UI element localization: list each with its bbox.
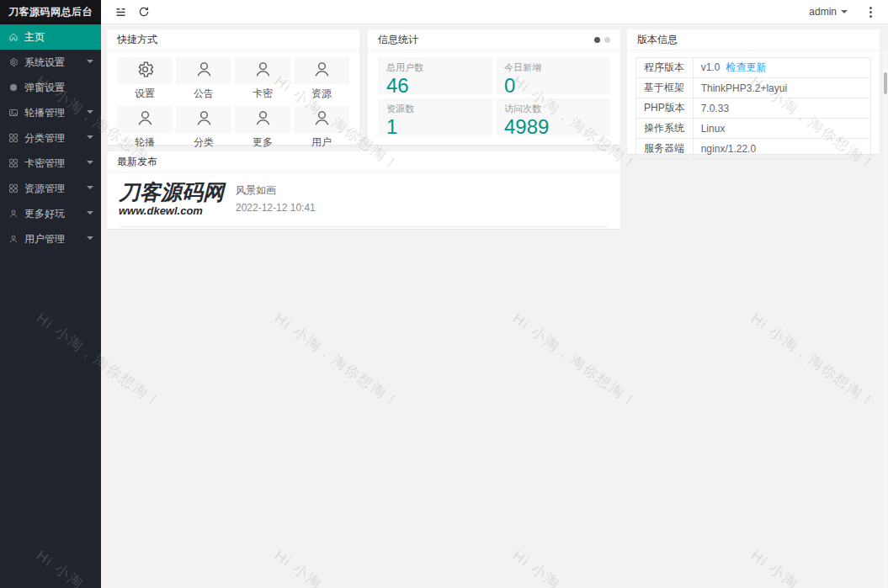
stat-total-users: 总用户数 46 — [378, 57, 492, 94]
stats-card-title: 信息统计 — [378, 29, 418, 50]
stats-grid: 总用户数 46 今日新增 0 资源数 1 访问次数 4989 — [368, 50, 620, 140]
user-icon — [194, 60, 214, 82]
home-icon — [8, 32, 19, 43]
user-icon — [312, 60, 332, 82]
gear-icon — [136, 60, 155, 82]
stat-visits: 访问次数 4989 — [496, 98, 610, 135]
sidebar-item-cardkey[interactable]: 卡密管理 — [0, 151, 101, 176]
sidebar-item-carousel[interactable]: 轮播管理 — [0, 100, 101, 125]
image-icon — [8, 108, 19, 119]
shortcut-label: 更多 — [235, 135, 290, 150]
admin-dropdown[interactable]: admin — [809, 6, 848, 18]
sidebar-item-label: 分类管理 — [24, 131, 65, 146]
version-card-title: 版本信息 — [627, 29, 880, 50]
carousel-dot-active[interactable] — [594, 37, 600, 43]
shortcut-announcement[interactable]: 公告 — [176, 57, 231, 101]
collapse-sidebar-icon[interactable] — [114, 5, 127, 19]
refresh-icon[interactable] — [137, 5, 151, 19]
shortcut-label: 用户 — [294, 135, 349, 150]
check-update-link[interactable]: 检查更新 — [726, 61, 766, 73]
shortcut-label: 设置 — [117, 87, 173, 101]
stat-new-today: 今日新增 0 — [496, 57, 610, 94]
user-icon — [136, 109, 155, 131]
table-row: 基于框架 ThinkPHP3.2+layui — [636, 78, 871, 98]
admin-username: admin — [809, 6, 837, 18]
stat-value: 0 — [504, 75, 602, 96]
shortcut-label: 分类 — [176, 135, 231, 150]
sidebar-item-user[interactable]: 用户管理 — [0, 226, 101, 252]
stat-resources: 资源数 1 — [378, 98, 492, 135]
sidebar: 刀客源码网总后台 主页 系统设置 弹窗设置 轮播管理 分类管理 — [0, 0, 101, 588]
shortcuts-card: 快捷方式 设置 公告 卡密 — [107, 29, 359, 145]
shortcut-more[interactable]: 更多 — [235, 106, 290, 150]
user-icon — [194, 109, 214, 131]
chevron-down-icon — [87, 211, 93, 215]
chevron-down-icon — [87, 161, 93, 164]
user-icon — [8, 234, 19, 245]
shortcut-label: 卡密 — [235, 87, 290, 101]
table-row: 程序版本 v1.0检查更新 — [636, 58, 871, 78]
shortcut-carousel[interactable]: 轮播 — [117, 106, 173, 150]
sidebar-item-label: 资源管理 — [24, 182, 65, 196]
shortcut-cardkey[interactable]: 卡密 — [235, 57, 290, 101]
dot-icon — [8, 82, 19, 93]
shortcut-user[interactable]: 用户 — [294, 106, 349, 150]
user-icon — [8, 209, 19, 220]
grid-icon — [8, 158, 19, 169]
stat-value: 4989 — [504, 116, 602, 137]
gear-icon — [8, 57, 19, 68]
shortcut-resource[interactable]: 资源 — [294, 57, 349, 101]
grid-icon — [8, 183, 19, 194]
app-title: 刀客源码网总后台 — [0, 0, 101, 24]
shortcut-label: 公告 — [176, 87, 231, 101]
sidebar-item-label: 弹窗设置 — [24, 81, 65, 95]
more-options-icon[interactable] — [864, 7, 876, 18]
latest-card-title: 最新发布 — [107, 151, 620, 172]
user-icon — [253, 109, 273, 131]
shortcut-label: 轮播 — [117, 135, 173, 150]
sidebar-item-label: 主页 — [24, 30, 45, 45]
site-logo: 刀客源码网 www.dkewl.com — [119, 182, 224, 216]
chevron-down-icon — [87, 60, 93, 63]
list-item[interactable]: 刀客源码网 www.dkewl.com 风景如画 2022-12-12 10:4… — [119, 182, 609, 227]
grid-icon — [8, 133, 19, 144]
release-date: 2022-12-12 10:41 — [236, 202, 316, 214]
chevron-down-icon — [841, 10, 848, 13]
carousel-dot[interactable] — [604, 37, 610, 43]
user-icon — [253, 60, 273, 82]
shortcut-label: 资源 — [294, 87, 349, 101]
sidebar-item-label: 系统设置 — [24, 56, 65, 70]
sidebar-item-more-fun[interactable]: 更多好玩 — [0, 201, 101, 226]
sidebar-item-label: 轮播管理 — [24, 106, 65, 120]
stats-card: 信息统计 总用户数 46 今日新增 0 资源数 1 访问次数 4989 — [368, 29, 620, 145]
version-table: 程序版本 v1.0检查更新 基于框架 ThinkPHP3.2+layui PHP… — [635, 57, 871, 159]
chevron-down-icon — [87, 110, 93, 114]
user-icon — [312, 109, 332, 131]
sidebar-item-popup-settings[interactable]: 弹窗设置 — [0, 75, 101, 100]
table-row: PHP版本 7.0.33 — [636, 98, 871, 119]
chevron-down-icon — [87, 135, 93, 139]
table-row: 服务器端 nginx/1.22.0 — [636, 139, 871, 159]
sidebar-item-resource[interactable]: 资源管理 — [0, 176, 101, 201]
shortcut-category[interactable]: 分类 — [176, 106, 231, 150]
sidebar-item-category[interactable]: 分类管理 — [0, 125, 101, 151]
stat-value: 46 — [386, 75, 484, 96]
sidebar-item-label: 卡密管理 — [24, 156, 65, 171]
chevron-down-icon — [87, 186, 93, 189]
latest-card: 最新发布 刀客源码网 www.dkewl.com 风景如画 2022-12-12… — [107, 151, 620, 229]
top-header: admin — [101, 0, 888, 24]
carousel-indicators[interactable] — [594, 37, 610, 43]
stat-value: 1 — [386, 116, 484, 137]
sidebar-item-home[interactable]: 主页 — [0, 24, 101, 50]
chevron-down-icon — [87, 236, 93, 240]
shortcut-settings[interactable]: 设置 — [117, 57, 173, 101]
scrollbar-thumb[interactable] — [884, 72, 887, 94]
release-title: 风景如画 — [236, 183, 316, 198]
table-row: 操作系统 Linux — [636, 119, 871, 139]
scrollbar[interactable] — [883, 49, 888, 588]
sidebar-item-label: 更多好玩 — [24, 207, 65, 221]
sidebar-item-system-settings[interactable]: 系统设置 — [0, 50, 101, 75]
version-card: 版本信息 程序版本 v1.0检查更新 基于框架 ThinkPHP3.2+layu… — [627, 29, 880, 154]
shortcuts-card-title: 快捷方式 — [107, 29, 359, 50]
shortcuts-grid: 设置 公告 卡密 资源 — [107, 50, 359, 155]
